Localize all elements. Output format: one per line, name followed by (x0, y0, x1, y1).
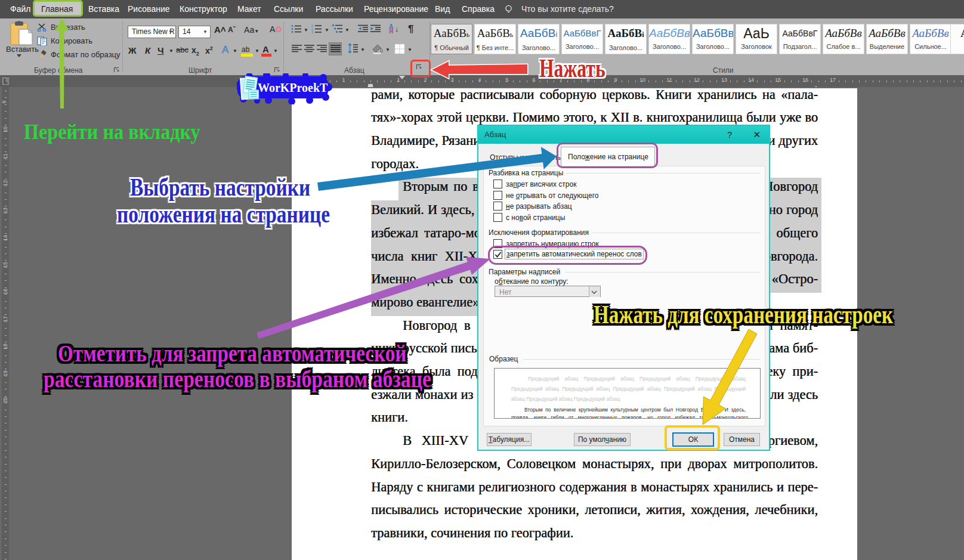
svg-text:WorKProekT: WorKProekT (258, 81, 328, 94)
svg-text:3: 3 (311, 30, 313, 33)
